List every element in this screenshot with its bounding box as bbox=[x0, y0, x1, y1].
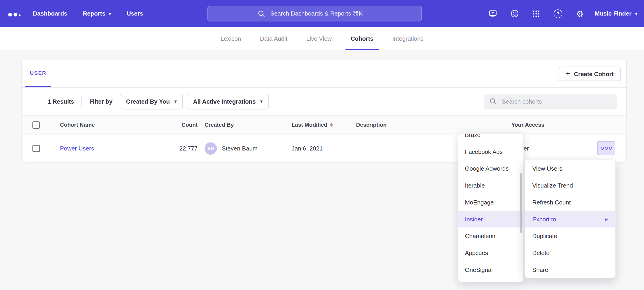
help-icon: ? bbox=[554, 9, 562, 18]
tab-data-audit[interactable]: Data Audit bbox=[260, 27, 287, 50]
question-glyph: ? bbox=[556, 11, 560, 17]
search-icon bbox=[258, 10, 265, 17]
export-submenu: Braze Facebook Ads Google Adwords Iterab… bbox=[458, 133, 524, 282]
header-last-modified: Last Modified bbox=[292, 122, 356, 128]
filter-by-label: Filter by bbox=[89, 98, 112, 105]
apps-button[interactable] bbox=[525, 0, 547, 27]
settings-gear-icon: ⚙ bbox=[576, 9, 584, 18]
row-checkbox[interactable] bbox=[32, 144, 40, 152]
header-last-modified-label: Last Modified bbox=[292, 122, 327, 128]
ellipsis-dot bbox=[609, 147, 612, 150]
plus-icon: + bbox=[566, 69, 570, 78]
cohort-name-link[interactable]: Power Users bbox=[60, 145, 94, 152]
nav-dashboards[interactable]: Dashboards bbox=[33, 10, 67, 17]
header-description: Description bbox=[356, 122, 511, 128]
scrollbar-thumb[interactable] bbox=[520, 173, 522, 233]
cohort-name-cell: Power Users bbox=[60, 145, 157, 152]
avatar: SB bbox=[204, 142, 217, 154]
export-submenu-items: Braze Facebook Ads Google Adwords Iterab… bbox=[458, 133, 523, 278]
created-by-name: Steven Baum bbox=[222, 145, 258, 152]
topbar: Dashboards Reports ▾ Users bbox=[0, 0, 644, 27]
filter-bar: 1 Results Filter by Created By You ▾ All… bbox=[22, 88, 626, 115]
menu-item-facebook-ads[interactable]: Facebook Ads bbox=[458, 143, 523, 160]
tab-cohorts[interactable]: Cohorts bbox=[350, 27, 374, 50]
menu-item-chameleon[interactable]: Chameleon bbox=[458, 228, 523, 244]
section-tabs: Lexicon Data Audit Live View Cohorts Int… bbox=[0, 27, 644, 50]
menu-item-moengage[interactable]: MoEngage bbox=[458, 194, 523, 211]
sort-up-arrow bbox=[330, 123, 333, 124]
project-switcher[interactable]: Music Finder ▾ bbox=[595, 10, 638, 17]
last-modified-cell: Jan 6, 2021 bbox=[292, 145, 356, 152]
cohort-context-menu: View Users Visualize Trend Refresh Count… bbox=[524, 160, 616, 278]
filter-created-by[interactable]: Created By You ▾ bbox=[120, 94, 183, 109]
menu-item-insider[interactable]: Insider bbox=[458, 211, 523, 228]
menu-item-google-adwords[interactable]: Google Adwords bbox=[458, 160, 523, 177]
logo-dot bbox=[8, 13, 12, 17]
header-created-by: Created By bbox=[204, 122, 292, 128]
apps-grid-icon bbox=[532, 9, 540, 18]
chevron-down-icon: ▾ bbox=[260, 99, 262, 104]
tab-live-view[interactable]: Live View bbox=[306, 27, 332, 50]
filter-integrations[interactable]: All Active Integrations ▾ bbox=[187, 94, 268, 109]
menu-item-view-users[interactable]: View Users bbox=[525, 160, 615, 177]
header-count: Count bbox=[157, 122, 204, 128]
screen-share-icon bbox=[488, 9, 498, 18]
chevron-down-icon: ▾ bbox=[109, 11, 111, 16]
global-search[interactable] bbox=[207, 6, 422, 21]
chevron-down-icon: ▾ bbox=[635, 11, 638, 16]
help-button[interactable]: ? bbox=[547, 0, 569, 27]
filter-created-by-label: Created By You bbox=[126, 98, 170, 105]
menu-item-braze[interactable]: Braze bbox=[458, 133, 523, 143]
nav-users[interactable]: Users bbox=[126, 10, 143, 17]
select-all-checkbox[interactable] bbox=[32, 121, 40, 128]
menu-item-duplicate[interactable]: Duplicate bbox=[525, 228, 615, 244]
menu-item-iterable[interactable]: Iterable bbox=[458, 177, 523, 194]
chevron-down-icon: ▾ bbox=[174, 99, 177, 104]
create-cohort-button[interactable]: + Create Cohort bbox=[558, 67, 620, 81]
divider bbox=[82, 96, 82, 107]
table-header-row: Cohort Name Count Created By Last Modifi… bbox=[22, 115, 626, 135]
created-by-cell: SB Steven Baum bbox=[204, 142, 292, 154]
menu-item-export-to[interactable]: Export to... ▸ bbox=[525, 211, 615, 228]
menu-item-refresh-count[interactable]: Refresh Count bbox=[525, 194, 615, 211]
header-your-access: Your Access bbox=[511, 122, 626, 128]
row-actions-button[interactable] bbox=[597, 141, 615, 155]
tab-integrations[interactable]: Integrations bbox=[392, 27, 424, 50]
logo-dot bbox=[19, 15, 20, 16]
nav-reports[interactable]: Reports ▾ bbox=[83, 10, 111, 17]
menu-item-visualize-trend[interactable]: Visualize Trend bbox=[525, 177, 615, 194]
header-cohort-name: Cohort Name bbox=[60, 122, 157, 128]
logo-dot bbox=[14, 13, 17, 17]
app-window: Dashboards Reports ▾ Users bbox=[0, 0, 644, 290]
cohorts-card: USER + Create Cohort 1 Results Filter by… bbox=[22, 60, 627, 163]
ellipsis-dot bbox=[605, 147, 608, 150]
settings-button[interactable]: ⚙ bbox=[569, 0, 590, 27]
cohort-search-input[interactable] bbox=[501, 98, 612, 105]
smiley-icon bbox=[510, 9, 519, 18]
search-icon bbox=[489, 97, 497, 105]
cohorts-table: Cohort Name Count Created By Last Modifi… bbox=[22, 115, 626, 162]
menu-item-onesignal[interactable]: OneSignal bbox=[458, 261, 523, 278]
topbar-actions: ? ⚙ Music Finder ▾ bbox=[482, 0, 638, 27]
project-name: Music Finder bbox=[595, 10, 632, 17]
sort-icon[interactable] bbox=[330, 123, 333, 127]
card-header: USER + Create Cohort bbox=[22, 60, 626, 88]
row-checkbox-cell bbox=[22, 144, 60, 152]
nav-reports-label: Reports bbox=[83, 10, 106, 17]
export-to-label: Export to... bbox=[532, 216, 561, 222]
feedback-button[interactable] bbox=[504, 0, 525, 27]
header-checkbox-cell bbox=[22, 121, 60, 128]
global-search-input[interactable] bbox=[270, 10, 372, 17]
menu-item-delete[interactable]: Delete bbox=[525, 244, 615, 261]
mixpanel-logo[interactable] bbox=[8, 11, 20, 17]
sort-down-arrow bbox=[330, 125, 333, 127]
tab-user[interactable]: USER bbox=[25, 60, 52, 87]
menu-item-share[interactable]: Share bbox=[525, 261, 615, 278]
ellipsis-dot bbox=[600, 147, 604, 150]
table-row: Power Users 22,777 SB Steven Baum Jan 6,… bbox=[22, 134, 626, 162]
screen-share-button[interactable] bbox=[482, 0, 504, 27]
cohort-search[interactable] bbox=[484, 94, 617, 109]
cohort-count: 22,777 bbox=[157, 145, 204, 152]
tab-lexicon[interactable]: Lexicon bbox=[220, 27, 241, 50]
menu-item-appcues[interactable]: Appcues bbox=[458, 244, 523, 261]
